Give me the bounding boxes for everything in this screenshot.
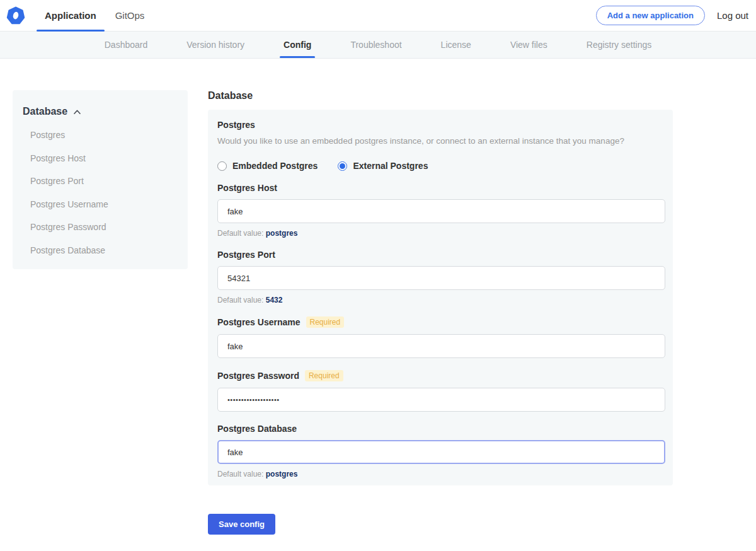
field-postgres-help: Would you like to use an embedded postgr… bbox=[217, 136, 665, 146]
radio-input-external-postgres[interactable] bbox=[338, 161, 347, 171]
subnav-item-troubleshoot[interactable]: Troubleshoot bbox=[350, 32, 401, 58]
field-postgres-password-label: Postgres Password bbox=[217, 371, 299, 381]
postgres-host-input[interactable] bbox=[217, 199, 665, 223]
tab-application-label: Application bbox=[45, 10, 96, 21]
default-value: postgres bbox=[266, 229, 298, 238]
default-prefix: Default value: bbox=[217, 296, 263, 304]
subnav-item-config[interactable]: Config bbox=[284, 32, 311, 58]
field-postgres-database: Postgres Database Default value: postgre… bbox=[217, 424, 665, 478]
sidebar-item-postgres-host[interactable]: Postgres Host bbox=[30, 153, 178, 163]
add-application-button[interactable]: Add a new application bbox=[596, 6, 705, 25]
field-postgres-password: Postgres Password Required bbox=[217, 370, 665, 412]
radio-input-embedded-postgres[interactable] bbox=[217, 161, 227, 171]
tab-gitops[interactable]: GitOps bbox=[106, 0, 154, 31]
sidebar-item-postgres-username[interactable]: Postgres Username bbox=[30, 199, 178, 209]
field-postgres-label: Postgres bbox=[217, 120, 665, 130]
sidebar-item-postgres-port[interactable]: Postgres Port bbox=[30, 176, 178, 186]
tab-application[interactable]: Application bbox=[35, 0, 106, 31]
field-postgres-host-label: Postgres Host bbox=[217, 183, 277, 193]
config-main: Database Postgres Would you like to use … bbox=[208, 90, 673, 535]
sidebar-group-database[interactable]: Database bbox=[23, 106, 178, 117]
radio-embedded-postgres-label: Embedded Postgres bbox=[232, 161, 318, 171]
field-postgres-port-label: Postgres Port bbox=[217, 250, 275, 260]
postgres-database-default-hint: Default value: postgres bbox=[217, 470, 665, 478]
postgres-port-input[interactable] bbox=[217, 266, 665, 290]
radio-external-postgres[interactable]: External Postgres bbox=[338, 161, 428, 171]
sub-nav: Dashboard Version history Config Trouble… bbox=[0, 32, 756, 59]
subnav-item-registry-settings[interactable]: Registry settings bbox=[587, 32, 651, 58]
sidebar-item-postgres[interactable]: Postgres bbox=[30, 130, 178, 140]
top-nav-right: Add a new application Log out bbox=[596, 6, 748, 25]
top-nav: Application GitOps Add a new application… bbox=[0, 0, 756, 32]
field-postgres-host: Postgres Host Default value: postgres bbox=[217, 183, 665, 238]
postgres-port-default-hint: Default value: 5432 bbox=[217, 296, 665, 304]
default-value: 5432 bbox=[266, 296, 283, 304]
field-postgres-username-label: Postgres Username bbox=[217, 317, 301, 327]
subnav-item-view-files[interactable]: View files bbox=[510, 32, 547, 58]
sidebar-item-list: Postgres Postgres Host Postgres Port Pos… bbox=[23, 130, 178, 255]
radio-external-postgres-label: External Postgres bbox=[353, 161, 428, 171]
postgres-database-input[interactable] bbox=[217, 440, 665, 464]
kots-logo-icon bbox=[6, 6, 25, 25]
postgres-password-input[interactable] bbox=[217, 388, 665, 412]
required-badge: Required bbox=[306, 316, 345, 328]
tab-gitops-label: GitOps bbox=[115, 10, 145, 21]
field-postgres-username: Postgres Username Required bbox=[217, 316, 665, 358]
postgres-radio-group: Embedded Postgres External Postgres bbox=[217, 161, 665, 171]
postgres-username-input[interactable] bbox=[217, 334, 665, 358]
save-config-button[interactable]: Save config bbox=[208, 514, 275, 535]
sidebar-item-postgres-password[interactable]: Postgres Password bbox=[30, 222, 178, 232]
content-area: Database Postgres Postgres Host Postgres… bbox=[0, 59, 756, 535]
chevron-up-icon bbox=[73, 109, 81, 115]
field-postgres-port: Postgres Port Default value: 5432 bbox=[217, 250, 665, 304]
field-postgres: Postgres Would you like to use an embedd… bbox=[217, 120, 665, 171]
postgres-host-default-hint: Default value: postgres bbox=[217, 229, 665, 238]
subnav-item-license[interactable]: License bbox=[441, 32, 471, 58]
default-value: postgres bbox=[266, 470, 298, 478]
sidebar-group-label: Database bbox=[23, 106, 67, 117]
sidebar-item-postgres-database[interactable]: Postgres Database bbox=[30, 245, 178, 255]
config-group-panel: Postgres Would you like to use an embedd… bbox=[208, 110, 673, 485]
top-tabs: Application GitOps bbox=[35, 0, 154, 31]
subnav-item-dashboard[interactable]: Dashboard bbox=[105, 32, 148, 58]
subnav-item-version-history[interactable]: Version history bbox=[186, 32, 244, 58]
default-prefix: Default value: bbox=[217, 229, 263, 238]
default-prefix: Default value: bbox=[217, 470, 263, 478]
section-title: Database bbox=[208, 90, 673, 102]
logout-link[interactable]: Log out bbox=[717, 10, 748, 21]
config-sidebar: Database Postgres Postgres Host Postgres… bbox=[13, 90, 188, 269]
required-badge: Required bbox=[305, 370, 343, 381]
radio-embedded-postgres[interactable]: Embedded Postgres bbox=[217, 161, 318, 171]
field-postgres-database-label: Postgres Database bbox=[217, 424, 297, 434]
